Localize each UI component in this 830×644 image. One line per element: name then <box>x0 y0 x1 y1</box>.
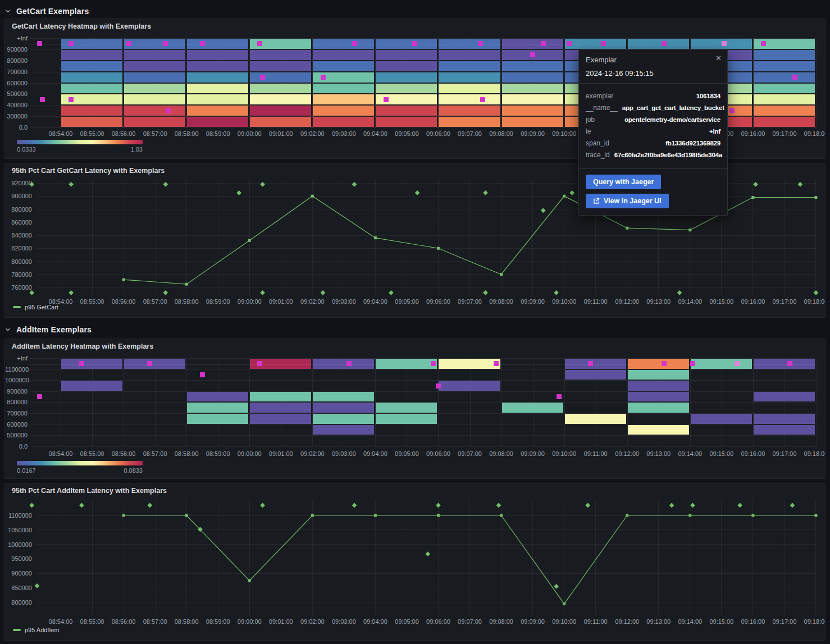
exemplar-marker[interactable] <box>147 361 152 366</box>
exemplar-diamond-marker[interactable] <box>541 208 546 213</box>
exemplar-marker[interactable] <box>480 97 485 102</box>
exemplar-diamond-marker[interactable] <box>790 503 795 508</box>
heatmap-cell <box>124 84 185 94</box>
exemplar-diamond-marker[interactable] <box>260 182 265 187</box>
exemplar-diamond-marker[interactable] <box>753 182 758 187</box>
heatmap-cell <box>124 94 185 104</box>
exemplar-marker[interactable] <box>431 361 436 366</box>
exemplar-diamond-marker[interactable] <box>554 290 559 295</box>
exemplar-diamond-marker[interactable] <box>669 503 674 508</box>
exemplar-marker[interactable] <box>541 41 546 46</box>
exemplar-diamond-marker[interactable] <box>147 503 152 508</box>
view-in-jaeger-ui-button[interactable]: View in Jaeger UI <box>586 194 669 208</box>
exemplar-diamond-marker[interactable] <box>69 182 74 187</box>
color-scale-min: 0.0167 <box>17 467 36 474</box>
exemplar-marker[interactable] <box>662 41 667 46</box>
exemplar-diamond-marker[interactable] <box>677 290 682 295</box>
exemplar-diamond-marker[interactable] <box>569 190 574 195</box>
close-icon[interactable]: ✕ <box>715 54 722 62</box>
exemplar-diamond-marker[interactable] <box>690 503 695 508</box>
exemplar-marker[interactable] <box>567 41 572 46</box>
exemplar-diamond-marker[interactable] <box>483 290 488 295</box>
exemplar-marker[interactable] <box>662 361 667 366</box>
exemplar-marker[interactable] <box>166 108 171 113</box>
exemplar-marker[interactable] <box>37 41 42 46</box>
y-axis-tick-label: 760000 <box>6 285 32 291</box>
exemplar-marker[interactable] <box>412 41 417 46</box>
exemplar-diamond-marker[interactable] <box>163 290 168 295</box>
exemplar-marker[interactable] <box>260 75 265 80</box>
exemplar-diamond-marker[interactable] <box>814 290 819 295</box>
exemplar-marker[interactable] <box>200 41 205 46</box>
field-value: 67c60fa2e2f0ba9e6e43d198f5de304a <box>614 152 722 158</box>
exemplar-diamond-marker[interactable] <box>352 503 357 508</box>
exemplar-marker[interactable] <box>436 383 441 389</box>
exemplar-diamond-marker[interactable] <box>163 182 168 187</box>
exemplar-marker[interactable] <box>37 394 42 399</box>
exemplar-marker[interactable] <box>79 361 84 366</box>
exemplar-diamond-marker[interactable] <box>29 503 34 508</box>
exemplar-diamond-marker[interactable] <box>260 290 265 295</box>
heatmap-cell <box>376 403 437 413</box>
heatmap-cell <box>61 117 122 127</box>
exemplar-marker[interactable] <box>729 108 735 113</box>
exemplar-marker[interactable] <box>384 97 389 102</box>
exemplar-marker[interactable] <box>588 361 593 366</box>
exemplar-marker[interactable] <box>557 394 562 399</box>
exemplar-marker[interactable] <box>257 361 262 366</box>
exemplar-marker[interactable] <box>530 52 535 57</box>
exemplar-marker[interactable] <box>792 75 797 80</box>
exemplar-marker[interactable] <box>321 75 326 80</box>
gridline-horizontal <box>30 435 816 436</box>
tooltip-field-list: exemplar1061834__name__app_cart_get_cart… <box>579 84 727 169</box>
exemplar-diamond-marker[interactable] <box>483 190 488 195</box>
exemplar-marker[interactable] <box>601 41 606 46</box>
exemplar-diamond-marker[interactable] <box>79 503 84 508</box>
exemplar-marker[interactable] <box>787 361 792 366</box>
exemplar-diamond-marker[interactable] <box>737 503 742 508</box>
external-link-icon <box>593 198 600 204</box>
y-axis-tick-label: 1000000 <box>5 377 28 383</box>
heatmap-cell <box>502 72 563 83</box>
exemplar-marker[interactable] <box>200 372 205 377</box>
exemplar-marker[interactable] <box>163 41 168 46</box>
query-with-jaeger-button[interactable]: Query with Jaeger <box>586 175 661 189</box>
exemplar-marker[interactable] <box>494 361 499 366</box>
x-axis-tick-label: 09:18:00 <box>796 130 826 137</box>
exemplar-diamond-marker[interactable] <box>436 503 441 508</box>
exemplar-marker[interactable] <box>478 41 483 46</box>
exemplar-marker[interactable] <box>126 41 131 46</box>
exemplar-diamond-marker[interactable] <box>415 190 420 195</box>
exemplar-marker[interactable] <box>346 361 352 366</box>
exemplar-diamond-marker[interactable] <box>29 290 34 295</box>
exemplar-diamond-marker[interactable] <box>236 190 241 195</box>
exemplar-marker[interactable] <box>690 361 695 366</box>
heatmap-cell <box>187 94 248 104</box>
heatmap-cell <box>250 84 311 94</box>
exemplar-diamond-marker[interactable] <box>798 182 803 187</box>
exemplar-diamond-marker[interactable] <box>389 290 394 295</box>
exemplar-marker[interactable] <box>761 41 766 46</box>
section-header-getcart[interactable]: GetCart Exemplars <box>4 4 89 18</box>
exemplar-marker[interactable] <box>257 41 262 46</box>
exemplar-marker[interactable] <box>735 361 740 366</box>
y-axis-tick-label: 0.0 <box>5 444 28 450</box>
exemplar-marker[interactable] <box>40 97 45 102</box>
tooltip-field-row: trace_id67c60fa2e2f0ba9e6e43d198f5de304a <box>586 151 720 159</box>
heatmap-cell <box>754 392 815 402</box>
exemplar-diamond-marker[interactable] <box>585 503 590 508</box>
exemplar-marker[interactable] <box>69 41 74 46</box>
exemplar-diamond-marker[interactable] <box>425 551 430 556</box>
exemplar-diamond-marker[interactable] <box>352 182 357 187</box>
exemplar-diamond-marker[interactable] <box>69 290 74 295</box>
data-point <box>814 514 817 517</box>
section-header-additem[interactable]: AddItem Exemplars <box>4 323 92 336</box>
exemplar-marker[interactable] <box>352 41 357 46</box>
button-label: Query with Jaeger <box>593 178 654 186</box>
exemplar-diamond-marker[interactable] <box>260 503 265 508</box>
exemplar-diamond-marker[interactable] <box>496 503 501 508</box>
exemplar-marker[interactable] <box>69 97 74 102</box>
exemplar-diamond-marker[interactable] <box>35 583 40 588</box>
exemplar-diamond-marker[interactable] <box>321 290 326 295</box>
exemplar-marker[interactable] <box>722 41 727 46</box>
